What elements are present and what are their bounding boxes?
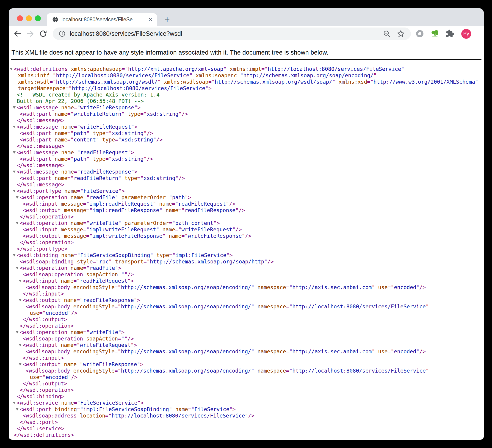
zoom-window-button[interactable] <box>35 15 41 21</box>
collapse-arrow-icon[interactable] <box>16 408 19 411</box>
collapse-arrow-icon[interactable] <box>10 68 13 70</box>
collapse-arrow-icon[interactable] <box>13 171 16 173</box>
extension-tree-icon[interactable] <box>430 29 440 39</box>
xml-line: use="encoded"/> <box>9 310 484 316</box>
xml-line: <wsdlsoap:operation soapAction=""/> <box>9 336 484 342</box>
xml-line-text: <wsdl:operation name="writeFile"> <box>20 329 124 335</box>
xml-line-text: xmlns:intf="http://localhost:8080/servic… <box>18 72 377 78</box>
xml-line-text: </wsdl:operation> <box>20 387 74 393</box>
tab-close-icon[interactable]: × <box>149 16 152 23</box>
xml-line: </wsdl:definitions> <box>9 432 484 438</box>
collapse-arrow-icon[interactable] <box>13 126 16 128</box>
xml-line: <wsdl:part name="content" type="xsd:stri… <box>9 136 484 143</box>
xml-line-text: <wsdlsoap:body encodingStyle="http://sch… <box>26 368 429 374</box>
xml-line: <wsdl:input message="impl:readFileReques… <box>9 201 484 207</box>
xml-line: <wsdl:definitions xmlns:apachesoap="http… <box>9 66 484 72</box>
xml-line: <wsdl:service name="FileServiceService"> <box>9 400 484 406</box>
xml-line: <wsdl:input message="impl:writeFileReque… <box>9 226 484 233</box>
collapse-arrow-icon[interactable] <box>19 280 21 282</box>
xml-line: <wsdl:message name="writeFileRequest"> <box>9 123 484 130</box>
xml-line: targetNamespace="http://localhost:8080/s… <box>9 85 484 92</box>
bookmark-star-icon[interactable] <box>397 30 405 38</box>
xml-line-text: <wsdlsoap:binding style="rpc" transport=… <box>20 259 274 265</box>
collapse-arrow-icon[interactable] <box>13 254 16 256</box>
xml-line: </wsdl:input> <box>9 355 484 361</box>
xml-line-text: <wsdl:binding name="FileServiceSoapBindi… <box>17 252 233 258</box>
xml-line-text: Built on Apr 22, 2006 (06:55:48 PDT) --> <box>17 98 144 104</box>
collapse-arrow-icon[interactable] <box>16 196 19 199</box>
new-tab-button[interactable]: + <box>162 15 172 24</box>
collapse-arrow-icon[interactable] <box>13 402 16 404</box>
xml-line-text: xmlns:wsdl="http://schemas.xmlsoap.org/w… <box>18 79 478 85</box>
xml-line: <wsdl:message name="readFileRequest"> <box>9 149 484 156</box>
xml-line-text: </wsdl:definitions> <box>14 432 74 438</box>
tab-title: localhost:8080/services/FileSe <box>62 17 146 23</box>
xml-line-text: </wsdl:message> <box>17 143 64 149</box>
xml-line: </wsdl:output> <box>9 380 484 387</box>
xml-line-text: <wsdl:part name="path" type="xsd:string"… <box>20 156 153 162</box>
extensions-puzzle-icon[interactable] <box>445 29 454 38</box>
browser-toolbar: localhost:8080/services/FileService?wsdl <box>9 26 484 42</box>
collapse-arrow-icon[interactable] <box>13 190 16 192</box>
xml-line-text: <wsdl:port binding="impl:FileServiceSoap… <box>20 406 236 412</box>
xml-line-text: <wsdl:operation name="writeFile" paramet… <box>20 220 220 226</box>
xml-line-text: <wsdl:input name="readFileRequest"> <box>23 278 134 284</box>
browser-tab[interactable]: localhost:8080/services/FileSe × <box>47 13 157 26</box>
xml-line-text: </wsdl:output> <box>23 381 67 387</box>
xml-line-text: use="encoded"/> <box>30 374 78 380</box>
xml-line-text: <wsdl:part name="path" type="xsd:string"… <box>20 130 153 136</box>
collapse-arrow-icon[interactable] <box>19 344 21 346</box>
xml-line: <wsdl:message name="readFileResponse"> <box>9 169 484 175</box>
xml-line-text: </wsdl:message> <box>17 162 64 168</box>
xml-line: </wsdl:operation> <box>9 323 484 329</box>
xml-line-text: <wsdl:service name="FileServiceService"> <box>17 400 144 406</box>
xml-line-text: <wsdlsoap:body encodingStyle="http://sch… <box>26 348 426 355</box>
url-text[interactable]: localhost:8080/services/FileService?wsdl <box>70 30 380 37</box>
xml-line-text: </wsdl:operation> <box>20 323 74 329</box>
collapse-arrow-icon[interactable] <box>19 299 21 302</box>
xml-line-text: </wsdl:message> <box>17 117 64 123</box>
reload-button[interactable] <box>37 27 50 40</box>
xml-comment-line: <!-- WSDL created by Apache Axis version… <box>9 92 484 98</box>
xml-line-text: </wsdl:operation> <box>20 214 74 220</box>
xml-line: <wsdl:output message="impl:readFileRespo… <box>9 207 484 214</box>
forward-button[interactable] <box>24 27 37 40</box>
xml-line-text: <wsdl:output message="impl:readFileRespo… <box>23 207 245 213</box>
xml-line-text: </wsdl:portType> <box>17 246 68 252</box>
xml-line: <wsdl:operation name="writeFile"> <box>9 329 484 336</box>
address-bar[interactable]: localhost:8080/services/FileService?wsdl <box>53 28 411 40</box>
collapse-arrow-icon[interactable] <box>16 222 19 224</box>
xml-line-text: <wsdl:part name="writeFileReturn" type="… <box>20 111 188 117</box>
xml-line: <wsdl:input name="readFileRequest"> <box>9 278 484 284</box>
profile-avatar[interactable]: Py <box>461 29 471 39</box>
collapse-arrow-icon[interactable] <box>19 363 21 366</box>
xml-line: <wsdl:part name="readFileReturn" type="x… <box>9 175 484 181</box>
xml-line: <wsdl:operation name="readFile" paramete… <box>9 194 484 201</box>
zoom-out-icon[interactable] <box>383 30 391 38</box>
extension-ring-icon[interactable] <box>415 29 425 39</box>
minimize-window-button[interactable] <box>26 15 32 21</box>
xml-line: </wsdl:message> <box>9 117 484 123</box>
xml-line: <wsdl:part name="writeFileReturn" type="… <box>9 111 484 117</box>
xml-line-text: <wsdl:operation name="readFile" paramete… <box>20 194 191 200</box>
xml-line-text: <wsdl:input message="impl:readFileReques… <box>23 201 236 207</box>
xml-line: </wsdl:message> <box>9 162 484 169</box>
xml-line-text: <wsdl:message name="writeFileRequest"> <box>17 124 137 130</box>
xml-tree: <wsdl:definitions xmlns:apachesoap="http… <box>9 60 484 438</box>
close-window-button[interactable] <box>17 15 23 21</box>
xml-line: </wsdl:port> <box>9 419 484 425</box>
xml-line: <wsdl:input name="writeFileRequest"> <box>9 342 484 348</box>
collapse-arrow-icon[interactable] <box>16 267 19 269</box>
collapse-arrow-icon[interactable] <box>16 331 19 334</box>
browser-window: localhost:8080/services/FileSe × + local… <box>9 8 484 440</box>
collapse-arrow-icon[interactable] <box>13 106 16 109</box>
back-button[interactable] <box>11 27 24 40</box>
xml-line: <wsdlsoap:body encodingStyle="http://sch… <box>9 367 484 374</box>
xml-line-text: <wsdl:output message="impl:writeFileResp… <box>23 233 251 239</box>
collapse-arrow-icon[interactable] <box>13 151 16 154</box>
xml-line: <wsdl:portType name="FileService"> <box>9 188 484 194</box>
page-info-icon[interactable] <box>59 30 66 37</box>
xml-line: <wsdlsoap:operation soapAction=""/> <box>9 271 484 278</box>
screenshot-root: { "browser": { "tab": { "title": "localh… <box>0 0 492 448</box>
xml-line-text: <wsdl:input message="impl:writeFileReque… <box>23 226 242 233</box>
